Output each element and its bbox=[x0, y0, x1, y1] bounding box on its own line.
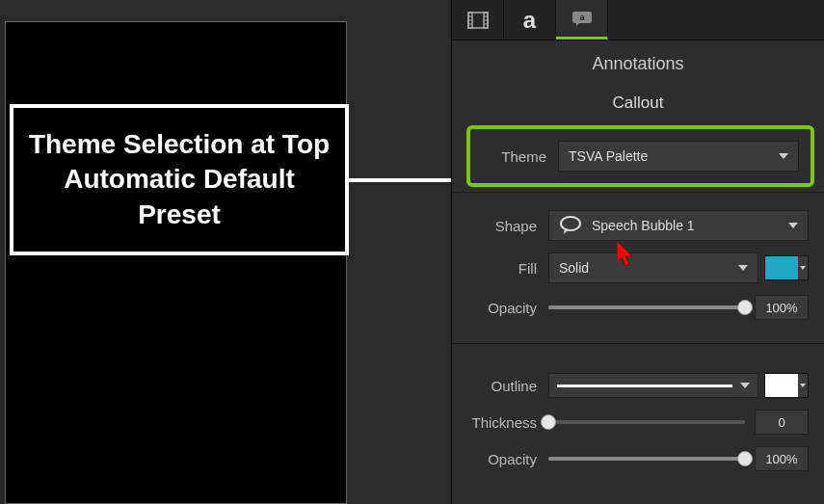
fill-label: Fill bbox=[452, 260, 548, 277]
fill-type-dropdown[interactable]: Solid bbox=[548, 252, 758, 283]
shape-dropdown[interactable]: Speech Bubble 1 bbox=[548, 210, 809, 241]
annotation-icon: a bbox=[571, 10, 594, 27]
outline-label: Outline bbox=[452, 378, 548, 394]
fill-color-swatch[interactable] bbox=[764, 255, 809, 280]
callout-text[interactable]: Theme Selection at Top Automatic Default… bbox=[23, 127, 335, 232]
properties-panel: a a Annotations Callout Theme TSVA Palet… bbox=[451, 0, 824, 504]
chevron-down-icon bbox=[788, 223, 798, 228]
outline-color-swatch[interactable] bbox=[764, 373, 809, 398]
tab-bar: a a bbox=[452, 0, 824, 40]
text-a-icon: a bbox=[523, 7, 536, 34]
slider-thumb[interactable] bbox=[541, 414, 556, 430]
canvas[interactable] bbox=[5, 21, 347, 504]
theme-label: Theme bbox=[462, 148, 558, 165]
fill-opacity-slider[interactable] bbox=[548, 305, 745, 309]
chevron-down-icon bbox=[738, 265, 748, 271]
film-icon bbox=[467, 12, 489, 29]
section-title: Callout bbox=[452, 84, 824, 120]
chevron-down-icon bbox=[779, 153, 788, 159]
thickness-label: Thickness bbox=[452, 414, 548, 431]
chevron-down-icon bbox=[740, 383, 750, 388]
fill-opacity-value[interactable]: 100% bbox=[755, 295, 809, 320]
callout-annotation[interactable]: Theme Selection at Top Automatic Default… bbox=[10, 104, 349, 255]
slider-thumb[interactable] bbox=[737, 451, 753, 466]
fill-value: Solid bbox=[559, 260, 589, 276]
theme-value: TSVA Palette bbox=[569, 148, 648, 164]
shape-value: Speech Bubble 1 bbox=[592, 218, 695, 233]
speech-bubble-icon bbox=[559, 216, 582, 235]
shape-label: Shape bbox=[452, 218, 548, 234]
outline-opacity-value[interactable]: 100% bbox=[755, 446, 809, 471]
tab-annotations[interactable]: a bbox=[556, 0, 608, 40]
outline-opacity-label: Opacity bbox=[452, 451, 548, 467]
theme-dropdown[interactable]: TSVA Palette bbox=[558, 141, 799, 172]
tab-media[interactable] bbox=[452, 0, 504, 40]
theme-section: Theme TSVA Palette bbox=[452, 120, 824, 193]
canvas-area: Theme Selection at Top Automatic Default… bbox=[0, 0, 451, 504]
thickness-slider[interactable] bbox=[548, 420, 745, 424]
outline-opacity-slider[interactable] bbox=[548, 457, 745, 461]
fill-opacity-label: Opacity bbox=[452, 300, 548, 316]
svg-point-12 bbox=[561, 217, 580, 230]
outline-style-dropdown[interactable] bbox=[548, 373, 758, 398]
slider-thumb[interactable] bbox=[737, 300, 753, 315]
tab-text[interactable]: a bbox=[504, 0, 556, 40]
thickness-value[interactable]: 0 bbox=[755, 410, 809, 435]
panel-title: Annotations bbox=[452, 40, 824, 84]
